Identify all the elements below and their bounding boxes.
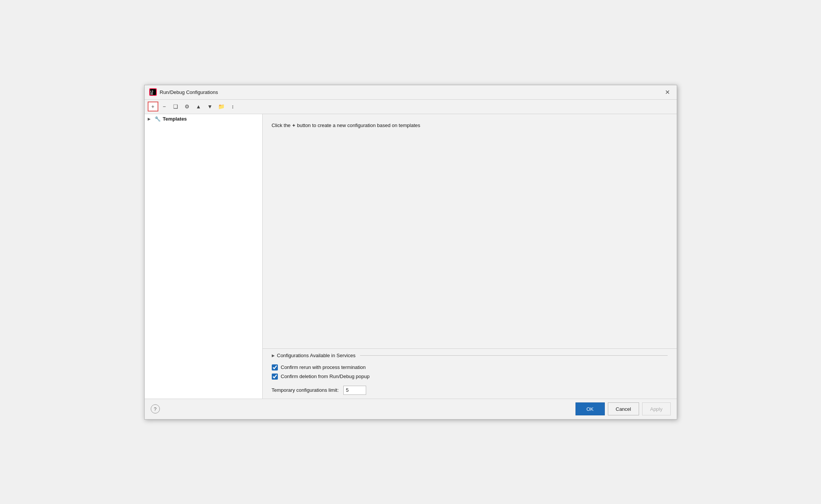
checkbox-row-2: Confirm deletion from Run/Debug popup <box>272 374 668 380</box>
footer-left: ? <box>151 404 160 413</box>
settings-button[interactable]: ⚙ <box>182 102 193 111</box>
apply-button[interactable]: Apply <box>642 402 671 415</box>
help-button[interactable]: ? <box>151 404 160 413</box>
templates-label: Templates <box>163 116 187 122</box>
limit-row: Temporary configurations limit: <box>272 386 668 395</box>
add-configuration-button[interactable]: + <box>148 102 158 111</box>
move-up-button[interactable]: ▲ <box>193 102 204 111</box>
copy-configuration-button[interactable]: ❑ <box>171 102 181 111</box>
main-content: ▶ 🔧 Templates Click the + button to crea… <box>145 114 677 399</box>
dialog-title: Run/Debug Configurations <box>160 89 218 95</box>
folder-button[interactable]: 📁 <box>216 102 227 111</box>
content-main: Click the + button to create a new confi… <box>263 114 677 348</box>
limit-input[interactable] <box>343 386 366 395</box>
checkboxes-area: Confirm rerun with process termination C… <box>272 364 668 380</box>
hint-after: button to create a new configuration bas… <box>297 122 420 128</box>
hint-before: Click the <box>272 122 291 128</box>
move-down-button[interactable]: ▼ <box>205 102 215 111</box>
checkbox-row-1: Confirm rerun with process termination <box>272 364 668 370</box>
close-button[interactable]: ✕ <box>663 87 672 97</box>
svg-text:IJ: IJ <box>150 90 153 94</box>
footer: ? OK Cancel Apply <box>145 399 677 419</box>
content-panel: Click the + button to create a new confi… <box>263 114 677 399</box>
toolbar: + − ❑ ⚙ ▲ ▼ 📁 ↕ <box>145 100 677 114</box>
app-icon: IJ <box>149 88 157 96</box>
services-chevron-icon: ▶ <box>272 353 275 358</box>
run-debug-dialog: IJ Run/Debug Configurations ✕ + − ❑ ⚙ ▲ … <box>144 85 677 420</box>
deletion-label[interactable]: Confirm deletion from Run/Debug popup <box>281 374 370 379</box>
rerun-label[interactable]: Confirm rerun with process termination <box>281 364 366 370</box>
svg-rect-2 <box>150 94 153 94</box>
wrench-icon: 🔧 <box>155 116 161 122</box>
services-section-header[interactable]: ▶ Configurations Available in Services <box>272 353 668 358</box>
ok-button[interactable]: OK <box>575 402 605 415</box>
deletion-checkbox[interactable] <box>272 374 278 380</box>
hint-plus: + <box>292 122 296 129</box>
services-section-label: Configurations Available in Services <box>277 353 356 358</box>
footer-buttons: OK Cancel Apply <box>575 402 671 415</box>
title-bar: IJ Run/Debug Configurations ✕ <box>145 85 677 100</box>
sort-button[interactable]: ↕ <box>228 102 238 111</box>
templates-item[interactable]: ▶ 🔧 Templates <box>145 114 262 124</box>
rerun-checkbox[interactable] <box>272 364 278 370</box>
sidebar: ▶ 🔧 Templates <box>145 114 263 399</box>
chevron-right-icon: ▶ <box>148 117 152 121</box>
title-bar-left: IJ Run/Debug Configurations <box>149 88 218 96</box>
bottom-section: ▶ Configurations Available in Services C… <box>263 348 677 399</box>
limit-label: Temporary configurations limit: <box>272 387 339 393</box>
remove-configuration-button[interactable]: − <box>159 102 170 111</box>
cancel-button[interactable]: Cancel <box>608 402 639 415</box>
hint-text: Click the + button to create a new confi… <box>272 122 668 129</box>
